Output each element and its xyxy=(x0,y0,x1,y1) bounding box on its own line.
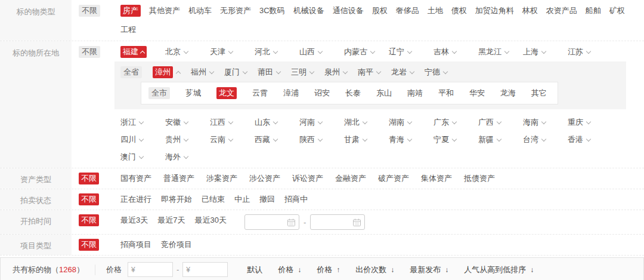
province-option[interactable]: 内蒙古 xyxy=(344,46,389,58)
district-option[interactable]: 龙海 xyxy=(500,87,516,99)
province-option[interactable]: 江苏 xyxy=(568,46,612,58)
province-option[interactable]: 台湾 xyxy=(523,134,568,146)
province-option[interactable]: 宁夏 xyxy=(434,134,478,146)
auction-status-option[interactable]: 招商中 xyxy=(284,193,308,205)
sort-option[interactable]: 价格↓ xyxy=(278,264,301,276)
district-option[interactable]: 云霄 xyxy=(252,87,268,99)
province-option[interactable]: 山东 xyxy=(255,116,299,128)
unlimited-option[interactable]: 不限 xyxy=(79,239,99,251)
district-option[interactable]: 其它 xyxy=(531,87,547,99)
subject-type-option[interactable]: 其他资产 xyxy=(149,5,180,17)
asset-type-option[interactable]: 涉案资产 xyxy=(206,173,237,184)
city-option[interactable]: 漳州 xyxy=(153,66,180,78)
province-option[interactable]: 广西 xyxy=(478,116,523,128)
province-option[interactable]: 浙江 xyxy=(120,116,165,128)
subject-type-option[interactable]: 房产 xyxy=(120,5,141,17)
price-min-input[interactable] xyxy=(137,266,168,274)
province-option[interactable]: 西藏 xyxy=(255,134,299,146)
province-option[interactable]: 黑龙江 xyxy=(478,46,523,58)
date-to-box[interactable] xyxy=(310,214,365,230)
asset-type-option[interactable]: 抵债资产 xyxy=(464,173,495,184)
province-option[interactable]: 海南 xyxy=(523,116,568,128)
date-from-box[interactable] xyxy=(244,214,299,230)
province-option[interactable]: 山西 xyxy=(299,46,344,58)
subject-type-option[interactable]: 债权 xyxy=(451,5,467,17)
district-option[interactable]: 东山 xyxy=(376,87,392,99)
subject-type-option[interactable]: 无形资产 xyxy=(220,5,251,17)
auction-status-option[interactable]: 中止 xyxy=(234,193,250,205)
district-option[interactable]: 华安 xyxy=(469,87,485,99)
asset-type-option[interactable]: 破产资产 xyxy=(378,173,409,184)
project-type-option[interactable]: 竞价项目 xyxy=(161,239,192,251)
subject-type-option[interactable]: 奢侈品 xyxy=(396,5,419,17)
province-option[interactable]: 陕西 xyxy=(299,134,344,146)
asset-type-option[interactable]: 金融资产 xyxy=(335,173,366,184)
subject-type-option[interactable]: 矿权 xyxy=(609,5,625,17)
province-option[interactable]: 甘肃 xyxy=(344,134,389,146)
auction-status-option[interactable]: 撤回 xyxy=(259,193,275,205)
subject-type-option[interactable]: 机械设备 xyxy=(293,5,324,17)
price-max-box[interactable]: ¥ xyxy=(182,262,228,277)
province-option[interactable]: 福建 xyxy=(120,46,165,58)
start-time-option[interactable]: 最近30天 xyxy=(194,214,226,226)
province-option[interactable]: 上海 xyxy=(523,46,568,58)
district-option[interactable]: 南靖 xyxy=(407,87,423,99)
auction-status-option[interactable]: 即将开始 xyxy=(161,193,192,205)
subject-type-option[interactable]: 股权 xyxy=(372,5,388,17)
price-max-input[interactable] xyxy=(192,266,223,274)
date-to-input[interactable] xyxy=(314,218,349,226)
subject-type-option[interactable]: 农资产品 xyxy=(546,5,577,17)
province-option[interactable]: 辽宁 xyxy=(389,46,434,58)
province-option[interactable]: 北京 xyxy=(165,46,210,58)
subject-type-option[interactable]: 船舶 xyxy=(586,5,601,17)
subject-type-option[interactable]: 3C数码 xyxy=(259,5,285,17)
city-option[interactable]: 全省 xyxy=(120,66,142,78)
province-option[interactable]: 河南 xyxy=(299,116,344,128)
province-option[interactable]: 海外 xyxy=(165,151,210,163)
asset-type-option[interactable]: 集体资产 xyxy=(421,173,452,184)
project-type-option[interactable]: 招商项目 xyxy=(120,239,151,251)
district-option[interactable]: 长泰 xyxy=(345,87,361,99)
city-option[interactable]: 宁德 xyxy=(425,66,447,78)
city-option[interactable]: 龙岩 xyxy=(391,66,414,78)
asset-type-option[interactable]: 国有资产 xyxy=(120,173,151,184)
asset-type-option[interactable]: 普通资产 xyxy=(163,173,194,184)
city-option[interactable]: 南平 xyxy=(358,66,380,78)
sort-option[interactable]: 默认 xyxy=(247,264,262,276)
province-option[interactable]: 贵州 xyxy=(165,134,210,146)
asset-type-option[interactable]: 涉公资产 xyxy=(249,173,280,184)
district-option[interactable]: 诏安 xyxy=(314,87,330,99)
province-option[interactable]: 湖南 xyxy=(389,116,434,128)
district-option[interactable]: 芗城 xyxy=(185,87,201,99)
province-option[interactable]: 广东 xyxy=(434,116,478,128)
province-option[interactable]: 重庆 xyxy=(568,116,612,128)
city-option[interactable]: 三明 xyxy=(291,66,314,78)
province-option[interactable]: 新疆 xyxy=(478,134,523,146)
province-option[interactable]: 湖北 xyxy=(344,116,389,128)
subject-type-option[interactable]: 加贸边角料 xyxy=(475,5,514,17)
start-time-option[interactable]: 最近7天 xyxy=(157,214,185,226)
province-option[interactable]: 江西 xyxy=(210,116,255,128)
province-option[interactable]: 天津 xyxy=(210,46,255,58)
subject-type-option[interactable]: 工程 xyxy=(120,24,136,36)
province-option[interactable]: 香港 xyxy=(568,134,612,146)
start-time-option[interactable]: 最近3天 xyxy=(120,214,148,226)
province-option[interactable]: 吉林 xyxy=(434,46,478,58)
province-option[interactable]: 青海 xyxy=(389,134,434,146)
sort-option[interactable]: 最新发布↓ xyxy=(410,264,448,276)
district-option[interactable]: 全市 xyxy=(148,87,170,99)
unlimited-option[interactable]: 不限 xyxy=(79,173,99,184)
price-min-box[interactable]: ¥ xyxy=(128,262,173,277)
unlimited-option[interactable]: 不限 xyxy=(79,5,100,17)
unlimited-option[interactable]: 不限 xyxy=(79,46,100,58)
district-option[interactable]: 平和 xyxy=(438,87,454,99)
sort-option[interactable]: 价格↑ xyxy=(317,264,340,276)
unlimited-option[interactable]: 不限 xyxy=(79,214,99,226)
auction-status-option[interactable]: 已结束 xyxy=(202,193,225,205)
unlimited-option[interactable]: 不限 xyxy=(79,193,99,205)
subject-type-option[interactable]: 林权 xyxy=(522,5,538,17)
city-option[interactable]: 福州 xyxy=(191,66,213,78)
subject-type-option[interactable]: 土地 xyxy=(428,5,443,17)
city-option[interactable]: 厦门 xyxy=(224,66,247,78)
province-option[interactable]: 云南 xyxy=(210,134,255,146)
